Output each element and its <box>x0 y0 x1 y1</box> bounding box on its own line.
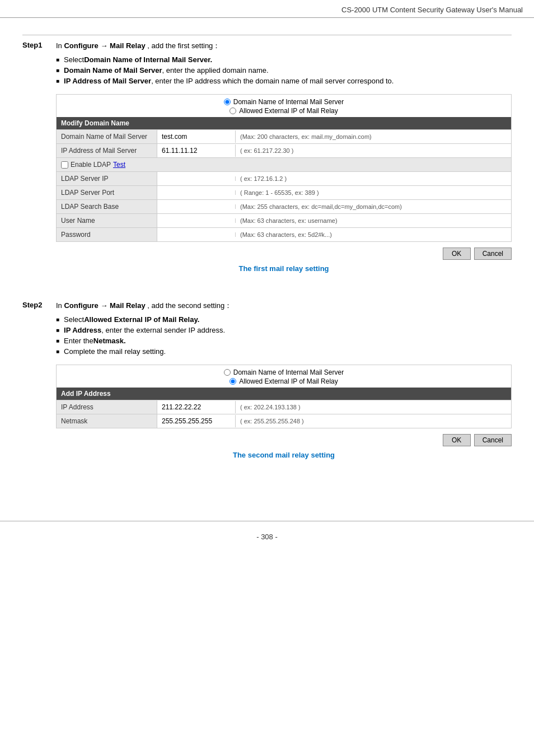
step1-radio-group: Domain Name of Internal Mail Server Allo… <box>57 95 511 117</box>
page-header: CS-2000 UTM Content Security Gateway Use… <box>0 0 534 18</box>
step1-ldap-server-ip-value <box>157 176 236 181</box>
test-link[interactable]: Test <box>113 161 125 169</box>
step1-label-ip: IP Address of Mail Server <box>57 144 157 157</box>
step1-radio-domain-label: Domain Name of Internal Mail Server <box>233 98 344 106</box>
step2-ip-label: IP Address <box>57 400 157 414</box>
step1-username-hint: (Max: 63 characters, ex: username) <box>236 215 511 226</box>
step1-bullet-2: Domain Name of Mail Server, enter the ap… <box>56 66 512 74</box>
step1-caption: The first mail relay setting <box>56 264 512 273</box>
step1-radio-row-2[interactable]: Allowed External IP of Mail Relay <box>229 107 338 115</box>
step1-hint-domain-name: (Max: 200 characters, ex: mail.my_domain… <box>236 131 511 142</box>
step1-intro: In Configure → Mail Relay , add the firs… <box>56 41 512 51</box>
step1-ldap-search-value <box>157 204 236 209</box>
top-divider <box>22 35 512 35</box>
page-footer: - 308 - <box>0 521 534 552</box>
step1-ldap-search-row: LDAP Search Base (Max: 255 characters, e… <box>57 199 511 213</box>
step1-content: In Configure → Mail Relay , add the firs… <box>56 41 512 284</box>
step1-password-label: Password <box>57 228 157 241</box>
step1-btn-row: OK Cancel <box>56 248 512 260</box>
step1-ok-button[interactable]: OK <box>443 248 471 260</box>
step1-value-domain-name: test.com <box>157 130 236 143</box>
step1-radio-row-1[interactable]: Domain Name of Internal Mail Server <box>224 98 344 106</box>
step1-username-row: User Name (Max: 63 characters, ex: usern… <box>57 213 511 227</box>
step2-intro: In Configure → Mail Relay , add the seco… <box>56 301 512 311</box>
step1-form-header: Modify Domain Name <box>57 117 511 129</box>
step2-radio-group: Domain Name of Internal Mail Server Allo… <box>57 365 511 388</box>
step2-form-header: Add IP Address <box>57 388 511 400</box>
step2-row-netmask: Netmask 255.255.255.255 ( ex: 255.255.25… <box>57 414 511 428</box>
step2-netmask-hint: ( ex: 255.255.255.248 ) <box>236 416 511 427</box>
step2-bullet-4: Complete the mail relay setting. <box>56 347 512 356</box>
step2-ip-value: 211.22.22.22 <box>157 401 236 413</box>
step2-list: Select Allowed External IP of Mail Relay… <box>56 315 512 356</box>
step2-netmask-label: Netmask <box>57 414 157 428</box>
step1-username-label: User Name <box>57 214 157 227</box>
step2-label: Step2 <box>22 301 56 470</box>
step2-bullet-1: Select Allowed External IP of Mail Relay… <box>56 315 512 324</box>
page-number: - 308 - <box>256 533 278 541</box>
step1-form: Domain Name of Internal Mail Server Allo… <box>56 94 512 242</box>
step1-hint-ip: ( ex: 61.217.22.30 ) <box>236 145 511 156</box>
step2-radio-allowed-label: Allowed External IP of Mail Relay <box>239 377 338 385</box>
step2-radio-domain[interactable] <box>224 369 231 376</box>
step1-cancel-button[interactable]: Cancel <box>474 248 512 260</box>
step2-block: Step2 In Configure → Mail Relay , add th… <box>22 301 512 470</box>
step1-ldap-port-row: LDAP Server Port ( Range: 1 - 65535, ex:… <box>57 185 511 199</box>
step2-bullet-3: Enter the Netmask. <box>56 337 512 345</box>
step1-ldap-server-ip-hint: ( ex: 172.16.1.2 ) <box>236 173 511 184</box>
step1-ldap-search-hint: (Max: 255 characters, ex: dc=mail,dc=my_… <box>236 201 511 212</box>
step1-ldap-server-ip-row: LDAP Server IP ( ex: 172.16.1.2 ) <box>57 171 511 185</box>
step1-list: Select Domain Name of Internal Mail Serv… <box>56 55 512 85</box>
step2-ip-hint: ( ex: 202.24.193.138 ) <box>236 402 511 413</box>
step2-radio-row-2[interactable]: Allowed External IP of Mail Relay <box>229 377 338 385</box>
step1-block: Step1 In Configure → Mail Relay , add th… <box>22 41 512 284</box>
header-title: CS-2000 UTM Content Security Gateway Use… <box>341 6 523 14</box>
step2-content: In Configure → Mail Relay , add the seco… <box>56 301 512 470</box>
step1-ldap-port-hint: ( Range: 1 - 65535, ex: 389 ) <box>236 187 511 198</box>
step1-label: Step1 <box>22 41 56 284</box>
step1-password-hint: (Max: 63 characters, ex: 5d2#k...) <box>236 229 511 240</box>
step1-username-value <box>157 218 236 223</box>
step2-btn-row: OK Cancel <box>56 434 512 446</box>
step2-netmask-value: 255.255.255.255 <box>157 415 236 427</box>
step2-caption: The second mail relay setting <box>56 451 512 459</box>
step2-row-ip: IP Address 211.22.22.22 ( ex: 202.24.193… <box>57 400 511 414</box>
step1-value-ip: 61.11.11.12 <box>157 144 236 157</box>
step2-cancel-button[interactable]: Cancel <box>474 434 512 446</box>
step2-radio-allowed[interactable] <box>229 378 236 385</box>
enable-ldap-row[interactable]: Enable LDAP Test <box>57 157 511 171</box>
step2-radio-domain-label: Domain Name of Internal Mail Server <box>233 368 344 376</box>
page-content: Step1 In Configure → Mail Relay , add th… <box>0 29 534 498</box>
step1-password-value <box>157 232 236 237</box>
step1-radio-domain[interactable] <box>224 99 231 105</box>
step2-radio-row-1[interactable]: Domain Name of Internal Mail Server <box>224 368 344 376</box>
step1-ldap-search-label: LDAP Search Base <box>57 200 157 213</box>
enable-ldap-label[interactable]: Enable LDAP <box>61 161 111 169</box>
step2-bullet-2: IP Address, enter the external sender IP… <box>56 326 512 334</box>
step1-row-domain-name: Domain Name of Mail Server test.com (Max… <box>57 129 511 143</box>
step1-ldap-port-value <box>157 190 236 195</box>
step1-row-ip: IP Address of Mail Server 61.11.11.12 ( … <box>57 143 511 157</box>
step1-radio-allowed-label: Allowed External IP of Mail Relay <box>239 107 338 115</box>
step2-ok-button[interactable]: OK <box>443 434 471 446</box>
step2-form: Domain Name of Internal Mail Server Allo… <box>56 365 512 428</box>
step1-password-row: Password (Max: 63 characters, ex: 5d2#k.… <box>57 227 511 241</box>
step1-label-domain-name: Domain Name of Mail Server <box>57 130 157 143</box>
step1-bullet-1: Select Domain Name of Internal Mail Serv… <box>56 55 512 64</box>
step1-ldap-port-label: LDAP Server Port <box>57 186 157 199</box>
step1-ldap-server-ip-label: LDAP Server IP <box>57 172 157 185</box>
enable-ldap-checkbox[interactable] <box>61 161 68 169</box>
step1-radio-allowed[interactable] <box>229 108 236 114</box>
step1-bullet-3: IP Address of Mail Server, enter the IP … <box>56 77 512 85</box>
